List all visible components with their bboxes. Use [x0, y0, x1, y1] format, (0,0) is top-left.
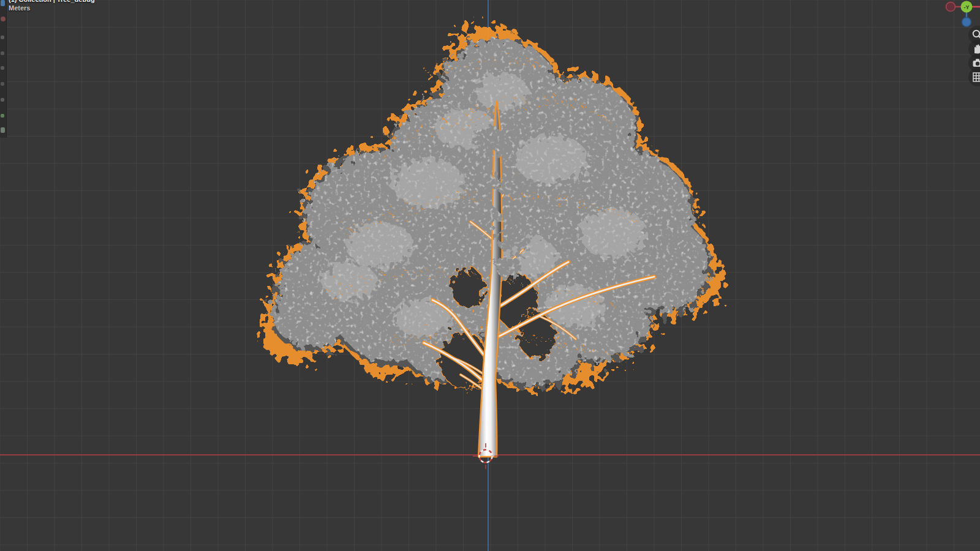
gizmo-axis-y-label: -Y [964, 4, 970, 10]
move-view-button[interactable] [968, 40, 980, 58]
toolbar-icon-fragment [1, 98, 4, 102]
viewport-header-text: (1) Collection | Tree_debug [9, 0, 95, 3]
viewport-nav-buttons [968, 26, 980, 82]
grid-toggle-icon [971, 70, 980, 84]
zoom-icon [971, 28, 980, 42]
viewport-unit-label: Meters [9, 4, 30, 12]
3d-cursor[interactable] [472, 442, 500, 470]
toolbar-edge[interactable] [0, 0, 7, 138]
gizmo-axis-x-neg-ball[interactable] [946, 2, 956, 12]
toolbar-icon-fragment [1, 127, 5, 133]
toolbar-icon-fragment [1, 82, 4, 86]
camera-view-icon [971, 56, 980, 70]
toolbar-icon-fragment [1, 0, 5, 6]
move-hand-icon [971, 42, 980, 56]
blender-3d-viewport[interactable]: (1) Collection | Tree_debug Meters -Y [0, 0, 980, 551]
zoom-button[interactable] [968, 26, 980, 44]
toolbar-icon-fragment [1, 114, 4, 118]
toolbar-icon-fragment [1, 17, 6, 21]
toolbar-icon-fragment [1, 66, 4, 70]
toolbar-icon-fragment [1, 36, 4, 39]
camera-view-button[interactable] [968, 54, 980, 72]
toolbar-icon-fragment [1, 51, 4, 55]
